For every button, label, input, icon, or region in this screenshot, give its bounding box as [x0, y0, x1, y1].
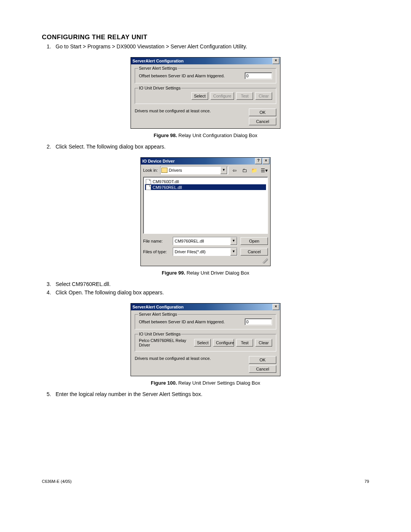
serveralert-config-dialog: ServerAlert Configuration × Server Alert…	[131, 57, 280, 129]
dialog-title: ServerAlert Configuration	[132, 59, 183, 63]
file-list[interactable]: CM9760DT.dll CM9760REL.dll	[143, 177, 268, 234]
figure-text: Relay Unit Driver Settings Dialog Box	[178, 380, 260, 386]
filetype-combo[interactable]: Driver Files(*.dll) ▼	[173, 248, 237, 256]
filename-input[interactable]: CM9760REL.dll ▼	[173, 237, 237, 245]
figure-98: ServerAlert Configuration × Server Alert…	[42, 57, 369, 138]
step-4: Click Open. The following dialog box app…	[53, 289, 369, 296]
step-5: Enter the logical relay number in the Se…	[53, 391, 369, 397]
test-button[interactable]: Test	[236, 92, 253, 100]
chevron-down-icon[interactable]: ▼	[230, 248, 237, 256]
cancel-button[interactable]: Cancel	[249, 118, 276, 125]
figure-text: Relay Unit Driver Dialog Box	[186, 270, 249, 276]
step-list: Go to Start > Programs > DX9000 Viewstat…	[45, 43, 369, 50]
resize-grip-icon[interactable]	[263, 258, 268, 264]
footer-left: C636M-E (4/05)	[42, 479, 72, 484]
close-icon[interactable]: ×	[272, 58, 279, 64]
footer-page-number: 79	[365, 479, 369, 484]
open-button[interactable]: Open	[241, 237, 268, 245]
folder-icon	[161, 168, 167, 173]
figure-99: IO Device Driver ? × Look in: Drivers ▼ …	[42, 157, 369, 276]
figure-label: Figure 100.	[151, 380, 177, 386]
select-button[interactable]: Select	[191, 92, 209, 100]
filename-value: CM9760REL.dll	[173, 239, 230, 243]
file-item[interactable]: CM9760REL.dll	[145, 184, 266, 190]
page-footer: C636M-E (4/05) 79	[42, 479, 369, 484]
chevron-down-icon[interactable]: ▼	[220, 166, 227, 174]
lookin-value: Drivers	[169, 168, 182, 173]
close-icon[interactable]: ×	[272, 304, 279, 310]
figure-label: Figure 98.	[154, 133, 177, 138]
figure-text: Relay Unit Configuration Dialog Box	[178, 133, 257, 138]
serveralert-config-dialog-2: ServerAlert Configuration × Server Alert…	[131, 303, 280, 376]
server-alert-settings-group: Server Alert Settings Offset between Ser…	[135, 68, 276, 83]
file-icon	[146, 179, 151, 184]
status-text: Drivers must be configured at least once…	[135, 109, 211, 113]
titlebar: ServerAlert Configuration ×	[131, 58, 280, 64]
lookin-label: Look in:	[143, 168, 158, 173]
step-2: Click Select. The following dialog box a…	[53, 144, 369, 150]
group-legend: Server Alert Settings	[138, 312, 178, 316]
figure-100: ServerAlert Configuration × Server Alert…	[42, 303, 369, 386]
back-icon[interactable]: ⇦	[231, 166, 238, 174]
figure-caption: Figure 99. Relay Unit Driver Dialog Box	[42, 270, 369, 276]
figure-caption: Figure 98. Relay Unit Configuration Dial…	[42, 133, 369, 138]
chevron-down-icon[interactable]: ▼	[230, 237, 237, 245]
clear-button[interactable]: Clear	[255, 339, 272, 347]
close-icon[interactable]: ×	[263, 158, 269, 164]
help-icon[interactable]: ?	[255, 158, 262, 164]
clear-button[interactable]: Clear	[255, 92, 272, 100]
file-name: CM9760DT.dll	[153, 179, 179, 184]
up-folder-icon[interactable]: 🗀	[241, 166, 248, 174]
lookin-combo[interactable]: Drivers ▼	[160, 166, 228, 174]
select-button[interactable]: Select	[194, 339, 211, 347]
ok-button[interactable]: OK	[249, 109, 276, 116]
driver-name-text: Pelco CM9760REL Relay Driver	[139, 338, 190, 347]
group-legend: Server Alert Settings	[138, 66, 178, 70]
filename-label: File name:	[143, 239, 170, 243]
file-item[interactable]: CM9760DT.dll	[145, 179, 266, 184]
step-list: Enter the logical relay number in the Se…	[45, 391, 369, 397]
offset-label: Offset between Server ID and Alarm trigg…	[139, 73, 225, 78]
step-list: Click Select. The following dialog box a…	[45, 144, 369, 150]
figure-label: Figure 99.	[162, 270, 185, 276]
offset-input[interactable]	[245, 72, 272, 79]
dialog-title: IO Device Driver	[142, 159, 175, 163]
figure-caption: Figure 100. Relay Unit Driver Settings D…	[42, 380, 369, 386]
step-1: Go to Start > Programs > DX9000 Viewstat…	[53, 43, 369, 50]
titlebar: IO Device Driver ? ×	[141, 158, 270, 165]
cancel-button[interactable]: Cancel	[241, 248, 268, 256]
step-3: Select CM9760REL.dll.	[53, 281, 369, 287]
filetype-value: Driver Files(*.dll)	[173, 249, 230, 254]
view-menu-icon[interactable]: ☰▾	[260, 166, 268, 174]
dialog-title: ServerAlert Configuration	[132, 305, 183, 309]
new-folder-icon[interactable]: 📁	[250, 166, 258, 174]
group-legend: IO Unit Driver Settings	[138, 332, 181, 336]
group-legend: IO Unit Driver Settings	[138, 86, 181, 90]
configure-button[interactable]: Configure	[210, 92, 234, 100]
test-button[interactable]: Test	[236, 339, 253, 347]
cancel-button[interactable]: Cancel	[249, 365, 276, 373]
io-device-driver-dialog: IO Device Driver ? × Look in: Drivers ▼ …	[140, 157, 271, 266]
io-driver-settings-group: IO Unit Driver Settings Pelco CM9760REL …	[135, 334, 276, 351]
offset-label: Offset between Server ID and Alarm trigg…	[139, 320, 225, 324]
section-title: CONFIGURING THE RELAY UNIT	[42, 34, 369, 41]
titlebar: ServerAlert Configuration ×	[131, 304, 280, 310]
offset-input[interactable]	[245, 318, 272, 325]
step-list: Select CM9760REL.dll. Click Open. The fo…	[45, 281, 369, 296]
file-icon	[146, 185, 151, 190]
status-text: Drivers must be configured at least once…	[135, 356, 211, 361]
io-driver-settings-group: IO Unit Driver Settings Select Configure…	[135, 88, 276, 104]
filetype-label: Files of type:	[143, 249, 170, 254]
file-name: CM9760REL.dll	[153, 185, 182, 190]
configure-button[interactable]: Configure	[213, 339, 234, 347]
server-alert-settings-group: Server Alert Settings Offset between Ser…	[135, 314, 276, 329]
ok-button[interactable]: OK	[249, 356, 276, 364]
